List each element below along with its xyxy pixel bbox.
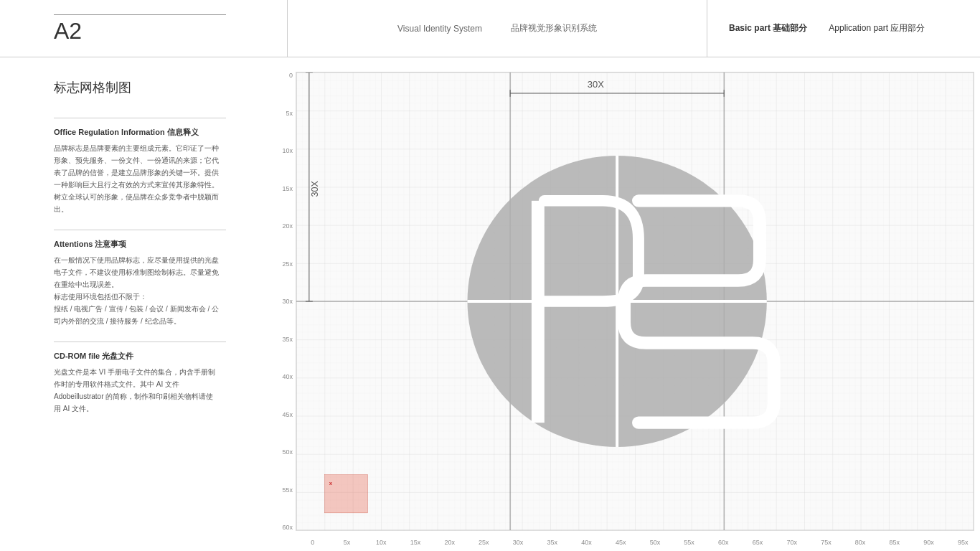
info-text-3: 光盘文件是本 VI 手册电子文件的集合，内含手册制作时的专用软件格式文件。其中 …	[54, 366, 219, 415]
y-label: 60x	[273, 524, 296, 531]
header-titles: Visual Identity System 品牌视觉形象识别系统	[397, 22, 597, 34]
x-label: 20x	[433, 539, 467, 546]
x-label: 25x	[467, 539, 501, 546]
svg-rect-16	[532, 201, 545, 423]
info-title-2: Attentions 注意事项	[54, 239, 219, 250]
x-axis-labels: 0 5x 10x 15x 20x 25x 30x 35x 40x 45x 50x…	[296, 535, 980, 550]
y-label: 45x	[273, 411, 296, 418]
y-label: 15x	[273, 185, 296, 192]
x-label: 80x	[843, 539, 877, 546]
x-label: 60x	[706, 539, 740, 546]
grid-content: x 30X 30X	[296, 72, 974, 531]
info-block-1: Office Regulation Information 信息释义 品牌标志是…	[54, 127, 219, 215]
vis-title-cn: 品牌视觉形象识别系统	[511, 22, 597, 34]
section-divider	[54, 118, 226, 118]
svg-text:x: x	[329, 480, 333, 486]
info-title-3: CD-ROM file 光盘文件	[54, 351, 219, 362]
x-label: 90x	[912, 539, 946, 546]
x-label: 55x	[672, 539, 707, 546]
header-left: A2	[0, 14, 287, 42]
svg-text:30X: 30X	[588, 79, 604, 90]
y-label: 25x	[273, 260, 296, 268]
x-label: 40x	[570, 539, 604, 546]
header: A2 Visual Identity System 品牌视觉形象识别系统 Bas…	[0, 0, 980, 57]
y-label: 40x	[273, 373, 296, 380]
grid-svg: x 30X 30X	[296, 72, 974, 530]
x-label: 65x	[740, 539, 775, 546]
x-label: 10x	[364, 539, 398, 546]
y-label: 35x	[273, 336, 296, 343]
header-nav: Basic part 基础部分 Application part 应用部分	[707, 22, 980, 34]
section-title: 标志网格制图	[54, 79, 219, 96]
y-label: 55x	[273, 486, 296, 494]
x-label: 70x	[775, 539, 809, 546]
y-label: 5x	[273, 110, 296, 117]
left-panel: 标志网格制图 Office Regulation Information 信息释…	[0, 57, 273, 551]
svg-text:30X: 30X	[309, 181, 320, 197]
y-label: 30x	[273, 298, 296, 305]
x-label: 30x	[501, 539, 535, 546]
info-block-2: Attentions 注意事项 在一般情况下使用品牌标志，应尽量使用提供的光盘电…	[54, 239, 219, 327]
x-label: 50x	[638, 539, 672, 546]
x-label: 5x	[330, 539, 364, 546]
page-id: A2	[54, 19, 287, 42]
y-label: 0	[273, 72, 296, 79]
header-top-rule	[54, 14, 226, 15]
right-panel: 60x 55x 50x 45x 40x 35x 30x 25x 20x 15x …	[273, 57, 980, 551]
y-label: 50x	[273, 448, 296, 456]
section-divider-2	[54, 230, 226, 230]
nav-basic: Basic part 基础部分	[729, 22, 807, 34]
x-label: 35x	[535, 539, 570, 546]
x-label: 0	[296, 539, 330, 546]
y-label: 10x	[273, 147, 296, 154]
info-block-3: CD-ROM file 光盘文件 光盘文件是本 VI 手册电子文件的集合，内含手…	[54, 351, 219, 415]
info-text-2: 在一般情况下使用品牌标志，应尽量使用提供的光盘电子文件，不建议使用标准制图绘制标…	[54, 254, 219, 327]
vis-title-en: Visual Identity System	[397, 24, 482, 34]
x-label: 15x	[398, 539, 433, 546]
x-label: 75x	[809, 539, 844, 546]
x-label: 95x	[946, 539, 980, 546]
x-label: 85x	[877, 539, 912, 546]
section-divider-3	[54, 342, 226, 342]
info-text-1: 品牌标志是品牌要素的主要组成元素。它印证了一种形象、预先服务、一份文件、一份通讯…	[54, 142, 219, 215]
info-title-1: Office Regulation Information 信息释义	[54, 127, 219, 138]
x-label: 45x	[603, 539, 638, 546]
y-label: 20x	[273, 222, 296, 230]
header-center: Visual Identity System 品牌视觉形象识别系统	[287, 0, 707, 57]
nav-application: Application part 应用部分	[829, 22, 925, 34]
y-axis-labels: 60x 55x 50x 45x 40x 35x 30x 25x 20x 15x …	[273, 72, 296, 531]
grid-area: 60x 55x 50x 45x 40x 35x 30x 25x 20x 15x …	[273, 57, 980, 551]
